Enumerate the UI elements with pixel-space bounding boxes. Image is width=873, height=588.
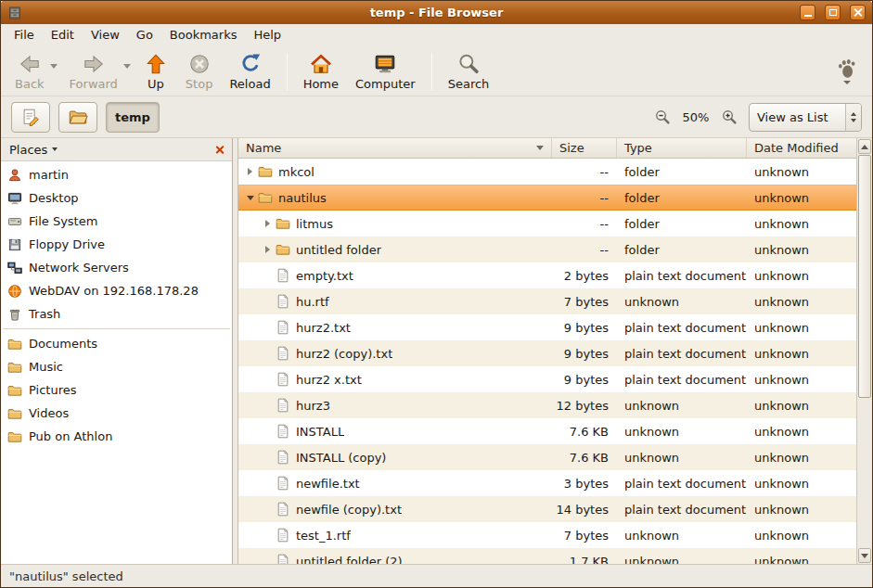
sidebar-item-documents[interactable]: Documents xyxy=(1,332,232,355)
file-row-hurz2-copy-txt[interactable]: hurz2 (copy).txt9 bytesplain text docume… xyxy=(238,340,856,366)
reload-button[interactable]: Reload xyxy=(221,49,278,94)
computer-button[interactable]: Computer xyxy=(347,49,424,94)
minimize-button[interactable] xyxy=(800,5,815,20)
file-row-litmus[interactable]: litmus--folderunknown xyxy=(238,211,856,236)
column-header-name[interactable]: Name xyxy=(238,138,552,158)
sidebar-close-button[interactable] xyxy=(211,141,228,159)
sidebar-item-pictures[interactable]: Pictures xyxy=(1,378,232,402)
zoom-level: 50% xyxy=(682,110,710,124)
sidebar-item-label: martin xyxy=(29,168,69,182)
sidebar-item-label: Pub on Athlon xyxy=(29,429,112,443)
file-type: folder xyxy=(617,191,747,205)
file-row-newfile-copy-txt[interactable]: newfile (copy).txt14 bytesplain text doc… xyxy=(238,496,856,522)
arrow-down-icon xyxy=(861,554,868,558)
file-row-empty-txt[interactable]: empty.txt2 bytesplain text documentunkno… xyxy=(238,262,856,288)
file-row-hurz2-txt[interactable]: hurz2.txt9 bytesplain text documentunkno… xyxy=(238,314,856,340)
scroll-up-button[interactable] xyxy=(858,139,871,154)
toggle-location-entry-button[interactable] xyxy=(11,102,50,133)
file-row-install-copy[interactable]: INSTALL (copy)7.6 KBunknownunknown xyxy=(238,444,856,470)
menu-go[interactable]: Go xyxy=(128,24,161,47)
file-row-newfile-txt[interactable]: newfile.txt3 bytesplain text documentunk… xyxy=(238,470,856,496)
sidebar-item-videos[interactable]: Videos xyxy=(1,402,232,425)
file-row-test-1-rtf[interactable]: test_1.rtf7 bytesunknownunknown xyxy=(238,522,856,548)
expander-expanded-icon[interactable] xyxy=(242,196,258,200)
column-size-label: Size xyxy=(559,141,584,155)
file-type: unknown xyxy=(617,555,747,565)
column-header-size[interactable]: Size xyxy=(552,138,617,158)
path-root-button[interactable] xyxy=(58,102,97,133)
file-type: folder xyxy=(617,165,747,179)
expander-collapsed-icon[interactable] xyxy=(242,168,258,175)
file-size: 7 bytes xyxy=(552,529,617,543)
toolbar-button-label: Search xyxy=(448,77,490,91)
menu-edit[interactable]: Edit xyxy=(43,24,83,47)
file-row-nautilus[interactable]: nautilus--folderunknown xyxy=(238,185,856,211)
chevron-down-icon xyxy=(52,147,58,151)
menu-file[interactable]: File xyxy=(6,24,43,47)
file-size: 7.6 KB xyxy=(552,451,617,465)
column-header-date-modified[interactable]: Date Modified xyxy=(747,138,856,158)
spinner-arrows-icon xyxy=(845,104,861,131)
file-date-modified: unknown xyxy=(747,529,856,543)
menu-view[interactable]: View xyxy=(83,24,128,47)
file-row-hurz3[interactable]: hurz312 bytesunknownunknown xyxy=(238,392,856,418)
toolbar-separator xyxy=(431,53,432,90)
search-button[interactable]: Search xyxy=(440,49,498,94)
network-icon xyxy=(7,261,22,275)
gnome-menu-button[interactable] xyxy=(829,55,865,87)
file-row-install[interactable]: INSTALL7.6 KBunknownunknown xyxy=(238,418,856,444)
sidebar-item-label: Music xyxy=(29,360,63,374)
zoom-out-button[interactable] xyxy=(651,106,674,128)
sidebar-item-music[interactable]: Music xyxy=(1,355,232,378)
file-row-hurz2-x-txt[interactable]: hurz2 x.txt9 bytesplain text documentunk… xyxy=(238,366,856,392)
file-row-untitled-folder[interactable]: untitled folder--folderunknown xyxy=(238,236,856,262)
titlebar[interactable]: temp - File Browser xyxy=(1,1,872,24)
column-header-type[interactable]: Type xyxy=(617,138,747,158)
up-button[interactable]: Up xyxy=(135,49,177,94)
path-segment-temp-button[interactable]: temp xyxy=(106,102,160,133)
menu-bookmarks[interactable]: Bookmarks xyxy=(161,24,246,47)
sidebar-item-network-servers[interactable]: Network Servers xyxy=(1,256,232,279)
vertical-scrollbar[interactable] xyxy=(856,138,872,564)
menu-help[interactable]: Help xyxy=(245,24,289,47)
file-name: newfile.txt xyxy=(296,477,360,491)
file-row-untitled-folder-2[interactable]: untitled folder (2)1.7 KBunknownunknown xyxy=(238,548,856,564)
scroll-down-button[interactable] xyxy=(858,548,871,563)
stop-icon xyxy=(187,52,212,76)
expander-collapsed-icon[interactable] xyxy=(260,246,276,253)
sidebar-item-pub-on-athlon[interactable]: Pub on Athlon xyxy=(1,425,232,448)
file-name: empty.txt xyxy=(296,269,353,283)
sidebar-item-floppy-drive[interactable]: Floppy Drive xyxy=(1,233,232,256)
scrollbar-thumb[interactable] xyxy=(858,155,871,398)
close-button[interactable] xyxy=(850,5,866,20)
maximize-icon xyxy=(829,9,837,16)
sidebar-item-martin[interactable]: martin xyxy=(1,163,232,186)
folder-icon xyxy=(258,164,273,179)
dropdown-caret-icon xyxy=(123,64,131,69)
sidebar-item-trash[interactable]: Trash xyxy=(1,302,232,326)
places-dropdown[interactable]: Places xyxy=(9,143,58,157)
file-list-body: mkcol--folderunknownnautilus--folderunkn… xyxy=(238,159,856,564)
file-row-mkcol[interactable]: mkcol--folderunknown xyxy=(238,159,856,185)
file-row-hu-rtf[interactable]: hu.rtf7 bytesunknownunknown xyxy=(238,288,856,314)
zoom-in-button[interactable] xyxy=(718,106,740,128)
toolbar: BackForwardUpStopReloadHomeComputerSearc… xyxy=(1,47,872,96)
file-icon xyxy=(276,450,290,465)
sidebar-item-desktop[interactable]: Desktop xyxy=(1,186,232,210)
folder-icon xyxy=(7,383,22,398)
sidebar-item-webdav-on-192-168-178-28[interactable]: WebDAV on 192.168.178.28 xyxy=(1,279,232,302)
arrow-right-icon xyxy=(82,52,106,76)
file-date-modified: unknown xyxy=(747,451,856,465)
maximize-button[interactable] xyxy=(825,5,841,20)
scrollbar-track[interactable] xyxy=(858,155,871,547)
view-mode-select[interactable]: View as List xyxy=(749,103,862,132)
home-button[interactable]: Home xyxy=(295,49,347,94)
file-size: 1.7 KB xyxy=(552,555,617,565)
file-date-modified: unknown xyxy=(747,399,856,413)
file-date-modified: unknown xyxy=(747,243,856,257)
sidebar-item-file-system[interactable]: File System xyxy=(1,210,232,233)
view-controls: 50% View as List xyxy=(651,103,862,132)
file-type: unknown xyxy=(617,295,747,309)
file-name: litmus xyxy=(296,217,333,231)
expander-collapsed-icon[interactable] xyxy=(260,220,276,227)
